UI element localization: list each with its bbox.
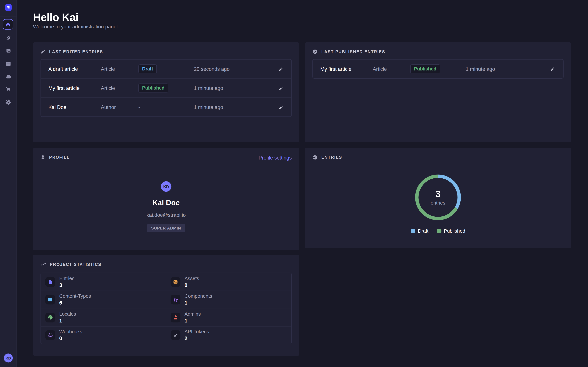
legend-label: Draft (418, 228, 428, 234)
panel-title: PROFILE (49, 155, 70, 159)
sidebar-item-settings[interactable] (0, 96, 17, 109)
strapi-logo-icon[interactable] (5, 4, 12, 11)
locales-globe-icon (45, 313, 55, 322)
chart-pie-icon (312, 155, 318, 160)
stat-value: 1 (185, 317, 201, 324)
entry-status-cell: - (138, 104, 194, 110)
stat-value: 0 (185, 282, 199, 288)
entry-type: Author (101, 104, 138, 110)
edit-entry-button[interactable] (541, 67, 563, 71)
stat-label: Assets (185, 275, 199, 282)
webhooks-icon (45, 330, 55, 340)
last-published-entries-table: My first articleArticlePublished1 minute… (312, 59, 563, 79)
table-row: My first articleArticlePublished1 minute… (313, 59, 563, 78)
sidebar-item-content-manager[interactable] (0, 32, 17, 44)
entries-donut-chart: 3 entries (415, 175, 461, 220)
assets-picture-icon (171, 277, 181, 287)
stat-label: Content-Types (59, 293, 91, 300)
entry-timestamp: 1 minute ago (194, 85, 270, 91)
sidebar-item-deploy[interactable] (0, 70, 17, 83)
stat-value: 1 (59, 317, 76, 324)
last-edited-entries-table: A draft articleArticleDraft20 seconds ag… (41, 59, 292, 117)
entry-status-cell: Published (138, 83, 194, 92)
pencil-icon (278, 67, 283, 71)
stat-cell-locales: Locales1 (41, 309, 166, 326)
components-icon (171, 295, 181, 305)
legend-item-draft: Draft (411, 228, 428, 234)
table-row: A draft articleArticleDraft20 seconds ag… (41, 59, 291, 78)
stat-cell-entries: Entries3 (41, 273, 166, 291)
project-statistics-grid: Entries3Assets0Content-Types6Components1… (41, 273, 292, 344)
stat-cell-components: Components1 (166, 291, 291, 308)
home-icon (5, 22, 11, 27)
stat-value: 1 (185, 299, 212, 306)
stat-value: 6 (59, 299, 91, 306)
stat-label: Entries (59, 275, 75, 282)
stat-label: Locales (59, 311, 76, 317)
stat-value: 0 (59, 335, 82, 341)
user-icon (41, 155, 45, 159)
legend-swatch (411, 229, 415, 233)
panel-title: LAST PUBLISHED ENTRIES (321, 50, 385, 54)
panel-title: PROJECT STATISTICS (50, 262, 101, 267)
edit-entry-button[interactable] (270, 67, 291, 71)
profile-settings-link[interactable]: Profile settings (259, 155, 292, 161)
entry-type: Article (101, 66, 138, 72)
user-avatar[interactable]: KD (4, 353, 13, 362)
status-badge: Draft (138, 64, 157, 73)
profile-name: Kai Doe (153, 199, 180, 207)
stat-cell-admins: Admins1 (166, 309, 291, 326)
gear-icon (5, 99, 11, 105)
api-tokens-key-icon (171, 330, 181, 340)
entry-status-cell: Draft (138, 64, 194, 73)
sidebar-item-marketplace[interactable] (0, 83, 17, 95)
stat-label: Webhooks (59, 329, 82, 335)
content-types-layout-icon (45, 295, 55, 305)
stat-value: 3 (59, 282, 75, 288)
entries-count: 3 (435, 189, 441, 199)
entry-timestamp: 1 minute ago (194, 104, 270, 110)
entry-status-cell: Published (410, 64, 466, 73)
entry-name: My first article (313, 66, 373, 72)
sidebar-divider (0, 16, 17, 17)
table-row: Kai DoeAuthor-1 minute ago (41, 97, 291, 117)
status-badge: Published (138, 83, 168, 92)
legend-swatch (437, 229, 441, 233)
stat-cell-content-types: Content-Types6 (41, 291, 166, 308)
sidebar-item-media-library[interactable] (0, 44, 17, 57)
pencil-icon (278, 105, 283, 110)
panel-title: ENTRIES (321, 155, 342, 160)
project-statistics-panel: PROJECT STATISTICS Entries3Assets0Conten… (33, 255, 299, 356)
entries-count-label: entries (431, 200, 445, 206)
sidebar: KD (0, 0, 17, 367)
stat-cell-assets: Assets0 (166, 273, 291, 291)
page-subtitle: Welcome to your administration panel (33, 24, 118, 30)
sidebar-item-home[interactable] (3, 19, 13, 30)
status-badge: Published (410, 64, 440, 73)
stat-label: API Tokens (185, 329, 209, 335)
edit-entry-button[interactable] (270, 105, 291, 110)
entries-file-icon (45, 277, 55, 287)
page-title: Hello Kai (33, 11, 78, 24)
cloud-icon (5, 73, 11, 80)
entries-panel: ENTRIES 3 entries DraftPublished (305, 148, 571, 248)
profile-panel: PROFILE Profile settings KD Kai Doe kai.… (33, 148, 299, 250)
entry-name: A draft article (41, 66, 101, 72)
pencil-icon (278, 86, 283, 91)
legend-item-published: Published (437, 228, 465, 234)
cart-icon (5, 86, 11, 92)
pencil-icon (550, 67, 555, 71)
sidebar-item-content-type-builder[interactable] (0, 57, 17, 70)
entry-name: My first article (41, 85, 101, 91)
main-content: Hello Kai Welcome to your administration… (17, 0, 588, 367)
feather-icon (5, 35, 11, 41)
media-library-icon (5, 48, 11, 54)
entry-timestamp: 1 minute ago (466, 66, 542, 72)
last-edited-entries-panel: LAST EDITED ENTRIES A draft articleArtic… (33, 42, 299, 142)
entry-type: Article (101, 85, 138, 91)
role-badge: SUPER ADMIN (147, 224, 185, 232)
stat-cell-webhooks: Webhooks0 (41, 326, 166, 344)
profile-email: kai.doe@strapi.io (147, 212, 186, 218)
stat-label: Components (185, 293, 212, 300)
edit-entry-button[interactable] (270, 86, 291, 91)
